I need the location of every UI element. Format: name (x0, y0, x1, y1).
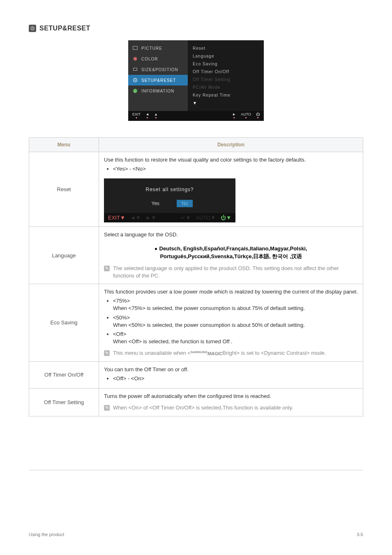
note-icon: ✎ (104, 350, 110, 356)
osd-right-menu: Reset Language Eco Saving Off Timer On/O… (188, 40, 264, 111)
note-icon: ✎ (104, 266, 110, 271)
size-icon (132, 67, 138, 72)
svg-point-2 (134, 57, 137, 61)
osd-right-item: Off Timer Setting (193, 76, 259, 83)
row-eco-desc: This function provides user a low power … (99, 284, 363, 361)
footer-left: Using the product (29, 532, 64, 537)
lang-note: ✎ The selected language is only applied … (104, 265, 358, 280)
row-timer-set-desc: Turns the power off automatically when t… (99, 388, 363, 416)
row-timer-set-name: Off Timer Setting (29, 388, 99, 416)
reset-dialog: Reset all settings? Yes No EXIT▼ ◄▼ ►▼ (104, 178, 235, 222)
lang-intro: Select a language for the OSD. (104, 231, 358, 238)
osd-menu-sizepos: SIZE&POSITION (128, 64, 188, 75)
reset-foot-auto: AUTO▼ (196, 215, 216, 221)
osd-right-item: Eco Saving (193, 60, 259, 68)
eco-note: ✎ This menu is unavailable when <SAMSUNG… (104, 349, 358, 357)
reset-no: No (177, 200, 193, 207)
language-list: Deutsch, English,Español,Français,Italia… (104, 245, 358, 261)
footer-divider (29, 470, 363, 470)
osd-right-item: PC/AV Mode (193, 83, 259, 91)
reset-foot-power: ⏻▼ (221, 215, 231, 221)
osd-right-item: Key Repeat Time (193, 91, 259, 99)
row-reset-desc: Use this function to restore the visual … (99, 152, 363, 227)
osd-right-item: Reset (193, 44, 259, 52)
svg-text:i: i (135, 89, 136, 93)
row-lang-name: Language (29, 227, 99, 284)
reset-foot-enter: ↵▼ (181, 215, 191, 221)
reset-foot-right: ►▼ (146, 215, 157, 221)
osd-menu-picture: PICTURE (128, 43, 188, 53)
section-title: SETUP&RESET (39, 25, 90, 32)
svg-rect-1 (133, 46, 138, 50)
eco-note-text: This menu is unavailable when <SAMSUNGMA… (113, 349, 326, 357)
setup-reset-icon (29, 25, 36, 32)
osd-footer: EXIT▼ ◄▼ ▲▼ ►▼ AUTO▼ ⏻▼ (128, 111, 264, 121)
osd-foot-right: ►▼ (232, 113, 236, 119)
osd-menu-color: COLOR (128, 53, 188, 64)
osd-foot-auto: AUTO▼ (241, 113, 251, 119)
th-desc: Description (99, 138, 363, 152)
timer-set-intro: Turns the power off automatically when t… (104, 393, 358, 400)
osd-foot-up: ▲▼ (154, 113, 158, 119)
timer-set-note-text: When <On> of <Off Timer On/Off> is selec… (113, 404, 293, 412)
eco-intro: This function provides user a low power … (104, 288, 358, 296)
osd-menu-label: SIZE&POSITION (141, 67, 178, 72)
eco-opt-75: <75%>When <75%> is selected, the power c… (113, 297, 358, 312)
timer-onoff-intro: You can turn the Off Timer on or off. (104, 366, 358, 373)
lang-line1: Deutsch, English,Español,Français,Italia… (159, 245, 307, 252)
osd-foot-exit: EXIT▼ (132, 113, 141, 119)
row-lang-desc: Select a language for the OSD. Deutsch, … (99, 227, 363, 284)
reset-opts: <Yes> - <No> (113, 165, 358, 173)
info-icon: i (132, 88, 138, 94)
lang-note-text: The selected language is only applied to… (113, 265, 358, 280)
setup-icon (132, 77, 138, 83)
osd-foot-power: ⏻▼ (256, 113, 260, 119)
picture-icon (132, 45, 138, 51)
osd-menu-label: COLOR (141, 57, 158, 61)
svg-rect-3 (134, 68, 137, 71)
row-reset-name: Reset (29, 152, 99, 227)
row-timer-onoff-desc: You can turn the Off Timer on or off. <O… (99, 361, 363, 388)
osd-right-arrow: ▼ (193, 99, 259, 107)
samsung-magic-logo: SAMSUNGMAGIC (191, 350, 223, 356)
row-timer-onoff-name: Off Timer On/Off (29, 361, 99, 388)
th-menu: Menu (29, 138, 99, 152)
lang-line2: Português,Русский,Svenska,Türkçe,日本語, 한국… (160, 253, 302, 259)
note-icon: ✎ (104, 405, 110, 411)
eco-opt-50: <50%>When <50%> is selected, the power c… (113, 314, 358, 329)
osd-menu-label: SETUP&RESET (141, 78, 176, 83)
osd-screenshot: PICTURE COLOR SIZE&POSITION SETUP&RESET … (29, 40, 363, 121)
timer-set-note: ✎ When <On> of <Off Timer On/Off> is sel… (104, 404, 358, 412)
page-footer: Using the product 3-5 (29, 528, 363, 537)
menu-table: Menu Description Reset Use this function… (29, 137, 363, 416)
bullet-icon (155, 248, 157, 250)
reset-foot-left: ◄▼ (130, 215, 141, 221)
reset-yes: Yes (147, 200, 165, 207)
osd-menu-info: i INFORMATION (128, 86, 188, 96)
row-eco-name: Eco Saving (29, 284, 99, 361)
osd-menu-label: PICTURE (141, 46, 162, 51)
osd-menu-label: INFORMATION (141, 89, 174, 93)
svg-point-5 (135, 80, 136, 81)
osd-right-item: Language (193, 52, 259, 60)
osd-right-item: Off Timer On/Off (193, 68, 259, 76)
osd-menu-setupreset: SETUP&RESET (128, 75, 188, 86)
timer-onoff-opts: <Off> - <On> (113, 375, 358, 382)
footer-right: 3-5 (357, 532, 363, 537)
osd-left-menu: PICTURE COLOR SIZE&POSITION SETUP&RESET … (128, 40, 188, 111)
section-heading: SETUP&RESET (29, 25, 363, 32)
reset-foot-exit: EXIT▼ (108, 215, 125, 221)
reset-intro: Use this function to restore the visual … (104, 156, 358, 164)
osd-foot-left: ◄▼ (145, 113, 149, 119)
color-icon (132, 56, 138, 62)
eco-opt-off: <Off>When <Off> is selected, the functio… (113, 331, 358, 345)
reset-question: Reset all settings? (108, 187, 231, 192)
